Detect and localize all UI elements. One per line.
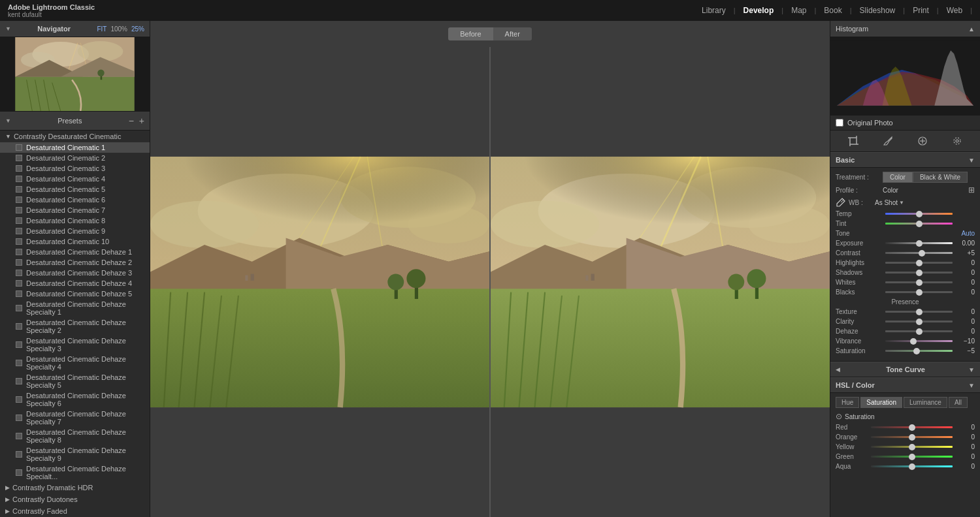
hsl-tab-saturation[interactable]: Saturation — [860, 397, 902, 408]
presets-header[interactable]: ▼ Presets − + — [0, 111, 150, 131]
preset-group-header-4[interactable]: ▶ Contrastly Faded — [0, 505, 150, 517]
profile-grid-icon[interactable]: ⊞ — [968, 185, 975, 195]
preset-item-8[interactable]: Desaturated Cinematic 9 — [0, 226, 150, 236]
preset-item-6[interactable]: Desaturated Cinematic 7 — [0, 205, 150, 215]
exposure-slider-thumb[interactable] — [916, 240, 923, 247]
tint-slider-thumb[interactable] — [916, 221, 923, 227]
exposure-slider-track[interactable] — [885, 242, 953, 244]
clarity-slider-thumb[interactable] — [916, 319, 923, 325]
dehaze-slider-track[interactable] — [885, 330, 953, 332]
tone-auto-button[interactable]: Auto — [961, 230, 975, 237]
wb-value[interactable]: As Shot — [875, 199, 898, 206]
contrast-slider-thumb[interactable] — [919, 250, 925, 257]
preset-item-4[interactable]: Desaturated Cinematic 5 — [0, 184, 150, 195]
preset-item-21[interactable]: Desaturated Cinematic Dehaze Specialty 7 — [0, 409, 150, 427]
texture-slider-track[interactable] — [885, 311, 953, 313]
profile-value[interactable]: Color — [883, 187, 968, 194]
preset-item-19[interactable]: Desaturated Cinematic Dehaze Specialty 5 — [0, 372, 150, 390]
navigator-zoom100[interactable]: 100% — [110, 25, 127, 33]
hsl-green-slider[interactable] — [871, 456, 953, 458]
nav-book[interactable]: Book — [817, 3, 848, 18]
hsl-orange-slider[interactable] — [871, 436, 953, 438]
histogram-header[interactable]: Histogram ▲ — [830, 21, 980, 37]
nav-map[interactable]: Map — [785, 3, 813, 18]
saturation-slider-thumb[interactable] — [913, 348, 920, 354]
preset-item-12[interactable]: Desaturated Cinematic Dehaze 3 — [0, 268, 150, 278]
original-photo-checkbox[interactable] — [836, 119, 843, 127]
before-button[interactable]: Before — [448, 27, 493, 40]
temp-slider-track[interactable] — [885, 213, 953, 215]
tone-curve-section-header[interactable]: ◀ Tone Curve ▼ — [830, 362, 980, 377]
preset-item-7[interactable]: Desaturated Cinematic 8 — [0, 215, 150, 226]
vibrance-slider-thumb[interactable] — [910, 338, 917, 345]
preset-item-15[interactable]: Desaturated Cinematic Dehaze Specialty 1 — [0, 299, 150, 317]
treatment-bw-button[interactable]: Black & White — [913, 172, 968, 183]
navigator-fit[interactable]: FIT — [97, 25, 106, 33]
hsl-target-icon[interactable]: ⊙ — [836, 412, 842, 421]
preset-item-2[interactable]: Desaturated Cinematic 3 — [0, 163, 150, 174]
whites-slider-thumb[interactable] — [916, 279, 923, 286]
hsl-tab-hue[interactable]: Hue — [836, 397, 859, 408]
hsl-green-thumb[interactable] — [909, 454, 915, 460]
temp-slider-thumb[interactable] — [916, 211, 923, 217]
highlights-slider-thumb[interactable] — [916, 260, 923, 266]
nav-web[interactable]: Web — [940, 3, 969, 18]
presets-minus-button[interactable]: − — [129, 116, 134, 126]
texture-slider-thumb[interactable] — [916, 309, 923, 315]
whites-slider-track[interactable] — [885, 281, 953, 283]
preset-item-20[interactable]: Desaturated Cinematic Dehaze Specialty 6 — [0, 390, 150, 409]
hsl-orange-thumb[interactable] — [909, 434, 915, 441]
nav-slideshow[interactable]: Slideshow — [853, 3, 902, 18]
preset-item-14[interactable]: Desaturated Cinematic Dehaze 5 — [0, 289, 150, 299]
preset-group-header-1[interactable]: ▼ Contrastly Desaturated Cinematic — [0, 131, 150, 142]
vibrance-slider-track[interactable] — [885, 340, 953, 342]
hsl-red-thumb[interactable] — [909, 424, 915, 431]
hsl-aqua-slider[interactable] — [871, 465, 953, 467]
navigator-header[interactable]: ▼ Navigator FIT 100% 25% — [0, 21, 150, 37]
hsl-yellow-slider[interactable] — [871, 446, 953, 448]
preset-group-header-3[interactable]: ▶ Contrastly Duotones — [0, 494, 150, 505]
saturation-slider-track[interactable] — [885, 350, 953, 352]
hsl-red-slider[interactable] — [871, 426, 953, 428]
treatment-color-button[interactable]: Color — [883, 172, 913, 183]
nav-develop[interactable]: Develop — [737, 3, 781, 18]
brush-icon[interactable] — [881, 134, 894, 148]
preset-item-22[interactable]: Desaturated Cinematic Dehaze Specialty 8 — [0, 427, 150, 445]
preset-item-0[interactable]: Desaturated Cinematic 1 — [0, 142, 150, 153]
preset-item-10[interactable]: Desaturated Cinematic Dehaze 1 — [0, 247, 150, 257]
clarity-slider-track[interactable] — [885, 321, 953, 322]
navigator-zoom25[interactable]: 25% — [131, 25, 144, 33]
wb-dropdown-icon[interactable]: ▼ — [899, 200, 904, 206]
preset-item-23[interactable]: Desaturated Cinematic Dehaze Specialty 9 — [0, 445, 150, 463]
preset-item-17[interactable]: Desaturated Cinematic Dehaze Specialty 3 — [0, 336, 150, 354]
nav-library[interactable]: Library — [695, 3, 732, 18]
preset-item-24[interactable]: Desaturated Cinematic Dehaze Specialt... — [0, 463, 150, 482]
hsl-tab-all[interactable]: All — [949, 397, 968, 408]
hsl-tab-luminance[interactable]: Luminance — [904, 397, 947, 408]
blacks-slider-track[interactable] — [885, 291, 953, 293]
radial-icon[interactable] — [951, 134, 964, 148]
nav-print[interactable]: Print — [906, 3, 936, 18]
crop-icon[interactable] — [847, 134, 860, 148]
preset-item-3[interactable]: Desaturated Cinematic 4 — [0, 174, 150, 184]
hsl-yellow-thumb[interactable] — [909, 444, 915, 450]
basic-section-header[interactable]: Basic ▼ — [830, 152, 980, 168]
hsl-section-header[interactable]: HSL / Color ▼ — [830, 377, 980, 393]
preset-item-9[interactable]: Desaturated Cinematic 10 — [0, 236, 150, 247]
dehaze-slider-thumb[interactable] — [916, 328, 923, 335]
after-button[interactable]: After — [493, 27, 532, 40]
preset-group-header-2[interactable]: ▶ Contrastly Dramatic HDR — [0, 482, 150, 494]
preset-item-18[interactable]: Desaturated Cinematic Dehaze Specialty 4 — [0, 354, 150, 372]
preset-item-5[interactable]: Desaturated Cinematic 6 — [0, 195, 150, 205]
eyedropper-icon[interactable] — [836, 197, 846, 208]
shadows-slider-track[interactable] — [885, 272, 953, 274]
preset-item-13[interactable]: Desaturated Cinematic Dehaze 4 — [0, 278, 150, 289]
preset-item-16[interactable]: Desaturated Cinematic Dehaze Specialty 2 — [0, 317, 150, 336]
presets-add-button[interactable]: + — [139, 116, 144, 126]
blacks-slider-thumb[interactable] — [916, 289, 923, 296]
shadows-slider-thumb[interactable] — [916, 270, 923, 276]
tint-slider-track[interactable] — [885, 223, 953, 225]
contrast-slider-track[interactable] — [885, 252, 953, 254]
preset-item-1[interactable]: Desaturated Cinematic 2 — [0, 153, 150, 163]
hsl-aqua-thumb[interactable] — [909, 463, 915, 470]
